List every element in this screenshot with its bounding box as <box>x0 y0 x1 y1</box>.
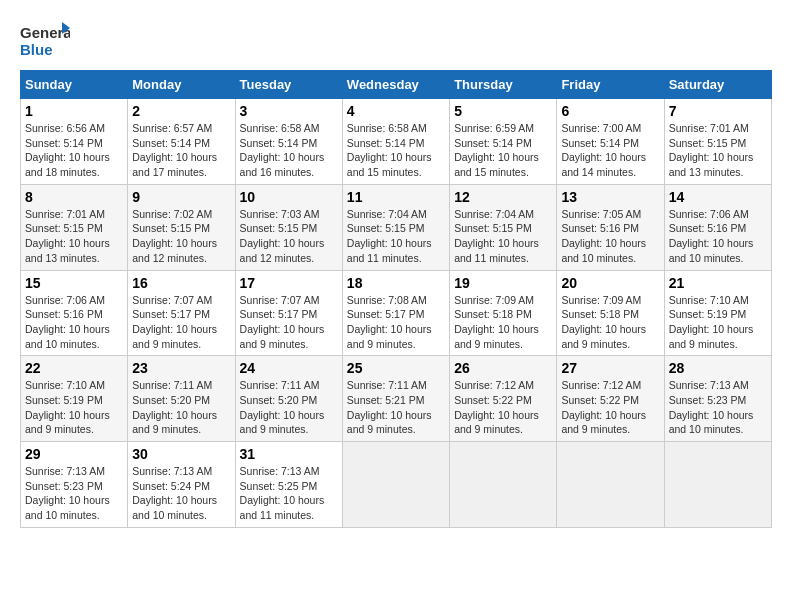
calendar-header-row: SundayMondayTuesdayWednesdayThursdayFrid… <box>21 71 772 99</box>
day-info: Sunrise: 6:58 AM Sunset: 5:14 PM Dayligh… <box>240 121 338 180</box>
calendar-cell: 2Sunrise: 6:57 AM Sunset: 5:14 PM Daylig… <box>128 99 235 185</box>
calendar-week-1: 1Sunrise: 6:56 AM Sunset: 5:14 PM Daylig… <box>21 99 772 185</box>
day-info: Sunrise: 7:02 AM Sunset: 5:15 PM Dayligh… <box>132 207 230 266</box>
calendar-body: 1Sunrise: 6:56 AM Sunset: 5:14 PM Daylig… <box>21 99 772 528</box>
day-info: Sunrise: 6:59 AM Sunset: 5:14 PM Dayligh… <box>454 121 552 180</box>
day-number: 28 <box>669 360 767 376</box>
calendar-cell: 4Sunrise: 6:58 AM Sunset: 5:14 PM Daylig… <box>342 99 449 185</box>
day-number: 26 <box>454 360 552 376</box>
calendar-cell: 27Sunrise: 7:12 AM Sunset: 5:22 PM Dayli… <box>557 356 664 442</box>
calendar-table: SundayMondayTuesdayWednesdayThursdayFrid… <box>20 70 772 528</box>
day-number: 5 <box>454 103 552 119</box>
day-info: Sunrise: 7:01 AM Sunset: 5:15 PM Dayligh… <box>25 207 123 266</box>
day-number: 4 <box>347 103 445 119</box>
calendar-cell: 6Sunrise: 7:00 AM Sunset: 5:14 PM Daylig… <box>557 99 664 185</box>
day-number: 12 <box>454 189 552 205</box>
day-info: Sunrise: 7:00 AM Sunset: 5:14 PM Dayligh… <box>561 121 659 180</box>
day-number: 10 <box>240 189 338 205</box>
calendar-cell: 25Sunrise: 7:11 AM Sunset: 5:21 PM Dayli… <box>342 356 449 442</box>
calendar-week-5: 29Sunrise: 7:13 AM Sunset: 5:23 PM Dayli… <box>21 442 772 528</box>
day-info: Sunrise: 7:05 AM Sunset: 5:16 PM Dayligh… <box>561 207 659 266</box>
day-info: Sunrise: 7:07 AM Sunset: 5:17 PM Dayligh… <box>240 293 338 352</box>
day-info: Sunrise: 7:04 AM Sunset: 5:15 PM Dayligh… <box>347 207 445 266</box>
calendar-cell: 15Sunrise: 7:06 AM Sunset: 5:16 PM Dayli… <box>21 270 128 356</box>
calendar-cell <box>342 442 449 528</box>
day-info: Sunrise: 7:13 AM Sunset: 5:25 PM Dayligh… <box>240 464 338 523</box>
day-number: 16 <box>132 275 230 291</box>
day-header-sunday: Sunday <box>21 71 128 99</box>
logo: GeneralBlue <box>20 20 70 60</box>
calendar-cell: 12Sunrise: 7:04 AM Sunset: 5:15 PM Dayli… <box>450 184 557 270</box>
calendar-header: SundayMondayTuesdayWednesdayThursdayFrid… <box>21 71 772 99</box>
day-header-friday: Friday <box>557 71 664 99</box>
day-number: 1 <box>25 103 123 119</box>
day-number: 24 <box>240 360 338 376</box>
day-info: Sunrise: 7:09 AM Sunset: 5:18 PM Dayligh… <box>561 293 659 352</box>
calendar-cell: 17Sunrise: 7:07 AM Sunset: 5:17 PM Dayli… <box>235 270 342 356</box>
calendar-cell: 9Sunrise: 7:02 AM Sunset: 5:15 PM Daylig… <box>128 184 235 270</box>
calendar-cell: 1Sunrise: 6:56 AM Sunset: 5:14 PM Daylig… <box>21 99 128 185</box>
calendar-cell: 5Sunrise: 6:59 AM Sunset: 5:14 PM Daylig… <box>450 99 557 185</box>
day-info: Sunrise: 7:13 AM Sunset: 5:23 PM Dayligh… <box>669 378 767 437</box>
calendar-cell: 10Sunrise: 7:03 AM Sunset: 5:15 PM Dayli… <box>235 184 342 270</box>
day-number: 15 <box>25 275 123 291</box>
calendar-cell: 24Sunrise: 7:11 AM Sunset: 5:20 PM Dayli… <box>235 356 342 442</box>
day-number: 11 <box>347 189 445 205</box>
day-info: Sunrise: 6:57 AM Sunset: 5:14 PM Dayligh… <box>132 121 230 180</box>
day-info: Sunrise: 7:08 AM Sunset: 5:17 PM Dayligh… <box>347 293 445 352</box>
calendar-cell: 18Sunrise: 7:08 AM Sunset: 5:17 PM Dayli… <box>342 270 449 356</box>
day-header-tuesday: Tuesday <box>235 71 342 99</box>
calendar-week-4: 22Sunrise: 7:10 AM Sunset: 5:19 PM Dayli… <box>21 356 772 442</box>
day-number: 25 <box>347 360 445 376</box>
day-header-saturday: Saturday <box>664 71 771 99</box>
calendar-cell: 20Sunrise: 7:09 AM Sunset: 5:18 PM Dayli… <box>557 270 664 356</box>
day-number: 9 <box>132 189 230 205</box>
calendar-cell <box>557 442 664 528</box>
calendar-cell: 21Sunrise: 7:10 AM Sunset: 5:19 PM Dayli… <box>664 270 771 356</box>
calendar-cell: 11Sunrise: 7:04 AM Sunset: 5:15 PM Dayli… <box>342 184 449 270</box>
svg-text:Blue: Blue <box>20 41 53 58</box>
day-info: Sunrise: 7:12 AM Sunset: 5:22 PM Dayligh… <box>454 378 552 437</box>
day-info: Sunrise: 7:11 AM Sunset: 5:21 PM Dayligh… <box>347 378 445 437</box>
day-info: Sunrise: 7:13 AM Sunset: 5:24 PM Dayligh… <box>132 464 230 523</box>
calendar-cell: 7Sunrise: 7:01 AM Sunset: 5:15 PM Daylig… <box>664 99 771 185</box>
day-number: 23 <box>132 360 230 376</box>
calendar-cell: 29Sunrise: 7:13 AM Sunset: 5:23 PM Dayli… <box>21 442 128 528</box>
calendar-cell: 16Sunrise: 7:07 AM Sunset: 5:17 PM Dayli… <box>128 270 235 356</box>
day-number: 31 <box>240 446 338 462</box>
day-number: 2 <box>132 103 230 119</box>
calendar-cell: 13Sunrise: 7:05 AM Sunset: 5:16 PM Dayli… <box>557 184 664 270</box>
day-info: Sunrise: 7:11 AM Sunset: 5:20 PM Dayligh… <box>240 378 338 437</box>
day-number: 6 <box>561 103 659 119</box>
day-info: Sunrise: 7:07 AM Sunset: 5:17 PM Dayligh… <box>132 293 230 352</box>
calendar-cell: 31Sunrise: 7:13 AM Sunset: 5:25 PM Dayli… <box>235 442 342 528</box>
calendar-cell: 28Sunrise: 7:13 AM Sunset: 5:23 PM Dayli… <box>664 356 771 442</box>
day-number: 8 <box>25 189 123 205</box>
day-number: 29 <box>25 446 123 462</box>
day-number: 17 <box>240 275 338 291</box>
calendar-cell: 14Sunrise: 7:06 AM Sunset: 5:16 PM Dayli… <box>664 184 771 270</box>
day-header-monday: Monday <box>128 71 235 99</box>
day-info: Sunrise: 6:58 AM Sunset: 5:14 PM Dayligh… <box>347 121 445 180</box>
calendar-cell <box>664 442 771 528</box>
day-number: 3 <box>240 103 338 119</box>
day-info: Sunrise: 7:12 AM Sunset: 5:22 PM Dayligh… <box>561 378 659 437</box>
calendar-cell: 26Sunrise: 7:12 AM Sunset: 5:22 PM Dayli… <box>450 356 557 442</box>
day-number: 27 <box>561 360 659 376</box>
day-number: 30 <box>132 446 230 462</box>
day-header-thursday: Thursday <box>450 71 557 99</box>
calendar-cell: 19Sunrise: 7:09 AM Sunset: 5:18 PM Dayli… <box>450 270 557 356</box>
day-number: 19 <box>454 275 552 291</box>
day-number: 18 <box>347 275 445 291</box>
logo-icon: GeneralBlue <box>20 20 70 60</box>
day-number: 20 <box>561 275 659 291</box>
calendar-week-3: 15Sunrise: 7:06 AM Sunset: 5:16 PM Dayli… <box>21 270 772 356</box>
day-header-wednesday: Wednesday <box>342 71 449 99</box>
calendar-cell <box>450 442 557 528</box>
calendar-week-2: 8Sunrise: 7:01 AM Sunset: 5:15 PM Daylig… <box>21 184 772 270</box>
calendar-cell: 30Sunrise: 7:13 AM Sunset: 5:24 PM Dayli… <box>128 442 235 528</box>
day-number: 21 <box>669 275 767 291</box>
day-number: 22 <box>25 360 123 376</box>
calendar-cell: 8Sunrise: 7:01 AM Sunset: 5:15 PM Daylig… <box>21 184 128 270</box>
day-number: 7 <box>669 103 767 119</box>
